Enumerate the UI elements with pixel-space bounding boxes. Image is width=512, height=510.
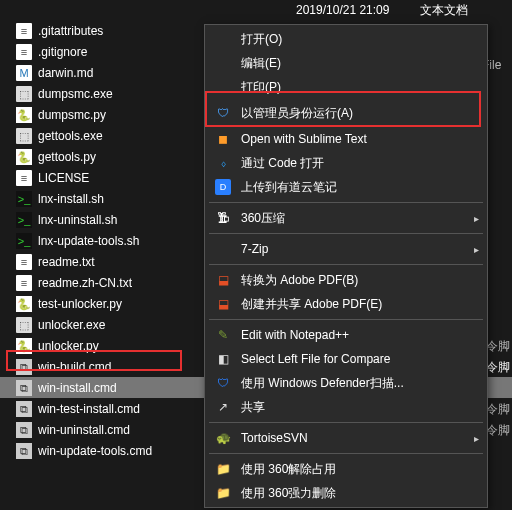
py-file-icon: 🐍 (16, 296, 32, 312)
menu-360zip[interactable]: 🗜 360压缩 ▸ (205, 206, 487, 230)
file-name: lnx-update-tools.sh (38, 234, 218, 248)
file-name: unlocker.exe (38, 318, 218, 332)
file-name: .gitattributes (38, 24, 218, 38)
zip-icon: 🗜 (213, 209, 233, 227)
context-menu: 打开(O) 编辑(E) 打印(P) 🛡 以管理员身份运行(A) ◼ Open w… (204, 24, 488, 508)
file-name: dumpsmc.py (38, 108, 218, 122)
folder360-icon: 📁 (213, 460, 233, 478)
menu-edit[interactable]: 编辑(E) (205, 51, 487, 75)
file-name: win-install.cmd (38, 381, 218, 395)
file-name: readme.txt (38, 255, 218, 269)
menu-to-pdf[interactable]: ⬓ 转换为 Adobe PDF(B) (205, 268, 487, 292)
exe-file-icon: ⬚ (16, 86, 32, 102)
file-name: darwin.md (38, 66, 218, 80)
file-list-pane: 2019/10/21 21:09 文本文档 ≡.gitattributes≡.g… (0, 0, 512, 510)
compare-icon: ◧ (213, 350, 233, 368)
menu-separator (209, 453, 483, 454)
txt-file-icon: ≡ (16, 44, 32, 60)
sublime-icon: ◼ (213, 130, 233, 148)
menu-share[interactable]: ↗ 共享 (205, 395, 487, 419)
cmd-file-icon: ⧉ (16, 380, 32, 396)
file-row-header: 2019/10/21 21:09 文本文档 (0, 0, 512, 20)
file-name: win-test-install.cmd (38, 402, 218, 416)
txt-file-icon: ≡ (16, 23, 32, 39)
submenu-arrow-icon: ▸ (474, 244, 479, 255)
file-name: dumpsmc.exe (38, 87, 218, 101)
file-name: gettools.py (38, 150, 218, 164)
menu-open-sublime[interactable]: ◼ Open with Sublime Text (205, 127, 487, 151)
menu-select-left-compare[interactable]: ◧ Select Left File for Compare (205, 347, 487, 371)
menu-separator (209, 202, 483, 203)
menu-defender-scan[interactable]: 🛡 使用 Windows Defender扫描... (205, 371, 487, 395)
cmd-file-icon: ⧉ (16, 401, 32, 417)
menu-share-pdf[interactable]: ⬓ 创建并共享 Adobe PDF(E) (205, 292, 487, 316)
file-name: .gitignore (38, 45, 218, 59)
menu-run-as-admin[interactable]: 🛡 以管理员身份运行(A) (205, 99, 487, 127)
sh-file-icon: >_ (16, 191, 32, 207)
exe-file-icon: ⬚ (16, 128, 32, 144)
pdf-share-icon: ⬓ (213, 295, 233, 313)
file-type: 文本文档 (420, 2, 468, 19)
blank-icon (213, 30, 233, 48)
menu-separator (209, 233, 483, 234)
file-name: win-update-tools.cmd (38, 444, 218, 458)
file-date: 2019/10/21 21:09 (296, 3, 389, 17)
notepadpp-icon: ✎ (213, 326, 233, 344)
cmd-file-icon: ⧉ (16, 443, 32, 459)
menu-separator (209, 264, 483, 265)
txt-file-icon: ≡ (16, 275, 32, 291)
pdf-icon: ⬓ (213, 271, 233, 289)
exe-file-icon: ⬚ (16, 317, 32, 333)
py-file-icon: 🐍 (16, 107, 32, 123)
menu-print[interactable]: 打印(P) (205, 75, 487, 99)
share-icon: ↗ (213, 398, 233, 416)
menu-360-force-delete[interactable]: 📁 使用 360强力删除 (205, 481, 487, 505)
file-name: LICENSE (38, 171, 218, 185)
file-name: lnx-install.sh (38, 192, 218, 206)
blank-icon (213, 78, 233, 96)
menu-tortoisesvn[interactable]: 🐢 TortoiseSVN ▸ (205, 426, 487, 450)
defender-icon: 🛡 (213, 374, 233, 392)
file-name: readme.zh-CN.txt (38, 276, 218, 290)
cmd-file-icon: ⧉ (16, 359, 32, 375)
file-name: gettools.exe (38, 129, 218, 143)
menu-7zip[interactable]: 7-Zip ▸ (205, 237, 487, 261)
menu-edit-npp[interactable]: ✎ Edit with Notepad++ (205, 323, 487, 347)
menu-separator (209, 422, 483, 423)
menu-separator (209, 319, 483, 320)
file-name: lnx-uninstall.sh (38, 213, 218, 227)
ydnote-icon: D (215, 179, 231, 195)
py-file-icon: 🐍 (16, 338, 32, 354)
txt-file-icon: ≡ (16, 254, 32, 270)
menu-upload-ydnote[interactable]: D 上传到有道云笔记 (205, 175, 487, 199)
submenu-arrow-icon: ▸ (474, 213, 479, 224)
txt-file-icon: ≡ (16, 170, 32, 186)
blank-icon (213, 54, 233, 72)
vscode-icon: ⬨ (213, 154, 233, 172)
file-name: test-unlocker.py (38, 297, 218, 311)
submenu-arrow-icon: ▸ (474, 433, 479, 444)
file-name: win-build.cmd (38, 360, 218, 374)
file-name: win-uninstall.cmd (38, 423, 218, 437)
tortoisesvn-icon: 🐢 (213, 429, 233, 447)
menu-open[interactable]: 打开(O) (205, 27, 487, 51)
file-name: unlocker.py (38, 339, 218, 353)
py-file-icon: 🐍 (16, 149, 32, 165)
menu-open-vscode[interactable]: ⬨ 通过 Code 打开 (205, 151, 487, 175)
shield-icon: 🛡 (213, 104, 233, 122)
sh-file-icon: >_ (16, 233, 32, 249)
menu-360-unlock[interactable]: 📁 使用 360解除占用 (205, 457, 487, 481)
folder360-icon: 📁 (213, 484, 233, 502)
blank-icon (213, 240, 233, 258)
sh-file-icon: >_ (16, 212, 32, 228)
cmd-file-icon: ⧉ (16, 422, 32, 438)
md-file-icon: M (16, 65, 32, 81)
